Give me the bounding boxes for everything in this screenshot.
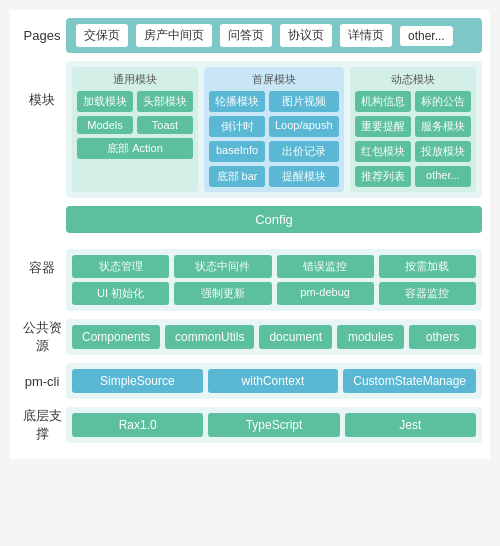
base-chip-0: Rax1.0 bbox=[72, 413, 203, 437]
dynamic-chip-7: other... bbox=[415, 166, 471, 187]
container-area: 状态管理 状态中间件 错误监控 按需加载 UI 初始化 强制更新 pm-debu… bbox=[66, 249, 482, 311]
page-item: 详情页 bbox=[340, 24, 392, 47]
container-chip-6: pm-debug bbox=[277, 282, 374, 305]
container-chip-2: 错误监控 bbox=[277, 255, 374, 278]
page-item: 交保页 bbox=[76, 24, 128, 47]
firstscreen-chip-7: 提醒模块 bbox=[269, 166, 339, 187]
page-item: 协议页 bbox=[280, 24, 332, 47]
pmcli-area: SimpleSource withContext CustomStateMana… bbox=[66, 363, 482, 399]
container-chip-5: 强制更新 bbox=[174, 282, 271, 305]
public-chip-0: Components bbox=[72, 325, 160, 349]
container-row2: UI 初始化 强制更新 pm-debug 容器监控 bbox=[72, 282, 476, 305]
public-resources-row: 公共资源 Components commonUtils document mod… bbox=[18, 319, 482, 355]
base-support-row: 底层支撑 Rax1.0 TypeScript Jest bbox=[18, 407, 482, 443]
base-support-label: 底层支撑 bbox=[18, 407, 66, 443]
architecture-diagram: Pages 交保页 房产中间页 问答页 协议页 详情页 other... 模块 … bbox=[10, 10, 490, 459]
dynamic-chip-4: 红包模块 bbox=[355, 141, 411, 162]
pmcli-content: SimpleSource withContext CustomStateMana… bbox=[66, 363, 482, 399]
base-chip-2: Jest bbox=[345, 413, 476, 437]
page-item: other... bbox=[400, 26, 453, 46]
pmcli-chip-1: withContext bbox=[208, 369, 339, 393]
dynamic-chip-3: 服务模块 bbox=[415, 116, 471, 137]
public-resources-label: 公共资源 bbox=[18, 319, 66, 355]
public-area: Components commonUtils document modules … bbox=[66, 319, 482, 355]
public-chip-2: document bbox=[259, 325, 332, 349]
page-item: 房产中间页 bbox=[136, 24, 212, 47]
firstscreen-chip-2: 倒计时 bbox=[209, 116, 265, 137]
pages-row: Pages 交保页 房产中间页 问答页 协议页 详情页 other... bbox=[18, 18, 482, 53]
general-chip-4: 底部 Action bbox=[77, 138, 193, 159]
container-chip-0: 状态管理 bbox=[72, 255, 169, 278]
general-title: 通用模块 bbox=[77, 72, 193, 87]
firstscreen-chip-4: baseInfo bbox=[209, 141, 265, 162]
general-chip-3: Toast bbox=[137, 116, 193, 134]
firstscreen-module-section: 首屏模块 轮播模块 图片视频 倒计时 Loop/apush baseInfo 出… bbox=[204, 67, 344, 192]
container-chip-3: 按需加载 bbox=[379, 255, 476, 278]
base-support-content: Rax1.0 TypeScript Jest bbox=[66, 407, 482, 443]
pmcli-chip-2: CustomStateManage bbox=[343, 369, 476, 393]
firstscreen-chip-3: Loop/apush bbox=[269, 116, 339, 137]
container-row1: 状态管理 状态中间件 错误监控 按需加载 bbox=[72, 255, 476, 278]
public-resources-content: Components commonUtils document modules … bbox=[66, 319, 482, 355]
modules-area: 通用模块 加载模块 头部模块 Models Toast 底部 Action 首屏… bbox=[66, 61, 482, 198]
general-chip-grid: 加载模块 头部模块 Models Toast 底部 Action bbox=[77, 91, 193, 159]
config-row: Config bbox=[18, 206, 482, 241]
container-chip-4: UI 初始化 bbox=[72, 282, 169, 305]
firstscreen-chip-5: 出价记录 bbox=[269, 141, 339, 162]
pmcli-label: pm-cli bbox=[18, 374, 66, 389]
container-label: 容器 bbox=[18, 249, 66, 277]
pmcli-chip-0: SimpleSource bbox=[72, 369, 203, 393]
firstscreen-chip-6: 底部 bar bbox=[209, 166, 265, 187]
page-item: 问答页 bbox=[220, 24, 272, 47]
container-chip-1: 状态中间件 bbox=[174, 255, 271, 278]
modules-label: 模块 bbox=[18, 61, 66, 109]
general-module-section: 通用模块 加载模块 头部模块 Models Toast 底部 Action bbox=[72, 67, 198, 192]
dynamic-chip-2: 重要提醒 bbox=[355, 116, 411, 137]
general-chip-0: 加载模块 bbox=[77, 91, 133, 112]
general-chip-2: Models bbox=[77, 116, 133, 134]
container-content: 状态管理 状态中间件 错误监控 按需加载 UI 初始化 强制更新 pm-debu… bbox=[66, 249, 482, 311]
firstscreen-chip-0: 轮播模块 bbox=[209, 91, 265, 112]
container-row: 容器 状态管理 状态中间件 错误监控 按需加载 UI 初始化 强制更新 pm-d… bbox=[18, 249, 482, 311]
base-chip-1: TypeScript bbox=[208, 413, 339, 437]
public-chip-3: modules bbox=[337, 325, 404, 349]
dynamic-chip-0: 机构信息 bbox=[355, 91, 411, 112]
dynamic-chip-5: 投放模块 bbox=[415, 141, 471, 162]
public-chip-4: others bbox=[409, 325, 476, 349]
dynamic-title: 动态模块 bbox=[355, 72, 472, 87]
dynamic-module-section: 动态模块 机构信息 标的公告 重要提醒 服务模块 红包模块 投放模块 推荐列表 … bbox=[350, 67, 477, 192]
base-area: Rax1.0 TypeScript Jest bbox=[66, 407, 482, 443]
dynamic-chip-1: 标的公告 bbox=[415, 91, 471, 112]
firstscreen-chip-grid: 轮播模块 图片视频 倒计时 Loop/apush baseInfo 出价记录 底… bbox=[209, 91, 339, 187]
pages-content: 交保页 房产中间页 问答页 协议页 详情页 other... bbox=[66, 18, 482, 53]
modules-row: 模块 通用模块 加载模块 头部模块 Models Toast 底部 Action bbox=[18, 61, 482, 198]
modules-content: 通用模块 加载模块 头部模块 Models Toast 底部 Action 首屏… bbox=[66, 61, 482, 198]
pmcli-row: pm-cli SimpleSource withContext CustomSt… bbox=[18, 363, 482, 399]
dynamic-chip-6: 推荐列表 bbox=[355, 166, 411, 187]
general-chip-1: 头部模块 bbox=[137, 91, 193, 112]
config-bar: Config bbox=[66, 206, 482, 233]
container-chip-7: 容器监控 bbox=[379, 282, 476, 305]
firstscreen-title: 首屏模块 bbox=[209, 72, 339, 87]
public-chip-1: commonUtils bbox=[165, 325, 254, 349]
dynamic-chip-grid: 机构信息 标的公告 重要提醒 服务模块 红包模块 投放模块 推荐列表 other… bbox=[355, 91, 472, 187]
pages-bar: 交保页 房产中间页 问答页 协议页 详情页 other... bbox=[66, 18, 482, 53]
pages-label: Pages bbox=[18, 28, 66, 43]
firstscreen-chip-1: 图片视频 bbox=[269, 91, 339, 112]
